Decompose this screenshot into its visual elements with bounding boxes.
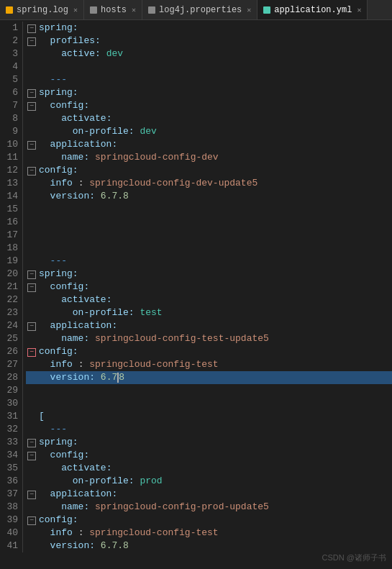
tab-close-button[interactable]: ✕ [357,6,361,14]
tab-hosts[interactable]: hosts✕ [84,0,142,19]
watermark: CSDN @诸师子书 [322,552,386,563]
tab-spring-log[interactable]: spring.log✕ [0,0,84,19]
indent-space [39,255,50,268]
indent-space [39,371,50,384]
fold-icon[interactable]: − [27,141,36,150]
code-token: name: [61,501,95,514]
fold-icon[interactable]: − [27,348,36,357]
code-line: name: springcloud-config-dev [26,151,392,164]
code-token: name: [61,332,95,345]
code-token: --- [50,423,67,436]
code-line: −config: [26,345,392,358]
code-token [95,190,101,203]
code-line: −config: [26,514,392,527]
indent-space [39,306,73,319]
code-token: config: [50,281,90,293]
line-number: 16 [3,216,18,229]
tab-close-button[interactable]: ✕ [247,6,251,14]
tab-application-yml[interactable]: application.yml✕ [257,0,368,19]
code-token: profiles: [50,35,101,47]
line-number: 25 [3,332,18,345]
code-token [95,540,101,552]
fold-icon[interactable]: − [27,37,36,46]
code-token: config: [39,164,78,177]
line-number: 11 [3,151,18,164]
fold-icon[interactable]: − [27,102,36,111]
code-line: info : springcloud-config-dev-update5 [26,177,392,190]
indent-space [39,540,50,552]
fold-icon[interactable]: − [27,322,36,331]
line-number: 8 [3,112,18,125]
code-token: dev [140,125,156,138]
code-token: 6.7.8 [101,540,129,552]
code-line [26,216,392,229]
fold-icon[interactable]: − [27,452,36,460]
code-token: spring: [39,86,78,99]
fold-icon[interactable]: − [27,270,36,279]
code-line: −spring: [26,22,392,35]
code-token: : [73,358,89,371]
code-token: active: [61,47,106,60]
code-token: : [73,527,89,540]
code-token: on-profile: [73,306,140,319]
indent-space [39,501,61,514]
code-line: − application: [26,138,392,151]
indent-space [39,190,50,203]
code-token: springcloud-config-dev [95,151,219,164]
code-token: [ [39,410,45,423]
line-number: 7 [3,99,18,112]
tab-icon [148,6,155,14]
code-token: prod [140,475,162,488]
code-token: 6.7 [101,371,117,384]
code-token: dev [106,47,123,60]
line-number: 19 [3,255,18,268]
code-token: config: [39,345,78,358]
code-token: application: [50,319,118,332]
code-line: − profiles: [26,35,392,47]
code-line: activate: [26,293,392,306]
line-number: 21 [3,281,18,293]
code-line: − config: [26,449,392,462]
code-token: activate: [61,293,111,306]
line-number: 35 [3,462,18,475]
code-line [26,242,392,255]
code-token: --- [50,255,67,268]
code-content: −spring:− profiles: active: dev ---−spri… [23,22,392,552]
line-number: 38 [3,501,18,514]
tab-log4j-properties[interactable]: log4j.properties✕ [142,0,257,19]
line-number: 18 [3,242,18,255]
code-line: on-profile: prod [26,475,392,488]
code-token: config: [39,514,78,527]
tab-label: application.yml [274,5,352,15]
line-number: 32 [3,423,18,436]
code-line: name: springcloud-config-prod-update5 [26,501,392,514]
tab-label: hosts [101,5,127,15]
line-number: 15 [3,203,18,216]
fold-icon[interactable]: − [27,24,36,33]
code-line: info : springcloud-config-test [26,527,392,540]
fold-icon[interactable]: − [27,516,36,525]
code-line: version: 6.7.8 [26,540,392,552]
line-number: 1 [3,22,18,35]
code-line: active: dev [26,47,392,60]
indent-space [39,138,50,151]
fold-icon[interactable]: − [27,167,36,176]
fold-icon[interactable]: − [27,283,36,292]
code-token: version: [50,371,101,384]
line-number: 40 [3,527,18,540]
tab-close-button[interactable]: ✕ [73,6,78,14]
fold-icon[interactable]: − [27,491,36,499]
tab-close-button[interactable]: ✕ [132,6,136,14]
code-token: springcloud-config-test [89,358,218,371]
line-number: 17 [3,229,18,242]
fold-icon[interactable]: − [27,439,36,447]
line-number: 34 [3,449,18,462]
line-number: 23 [3,306,18,319]
code-token: info [50,527,73,540]
fold-icon[interactable]: − [27,89,36,98]
code-line: version: 6.78 [26,371,392,384]
code-line: −spring: [26,436,392,449]
code-token: name: [61,151,95,164]
indent-space [39,475,73,488]
line-number: 24 [3,319,18,332]
